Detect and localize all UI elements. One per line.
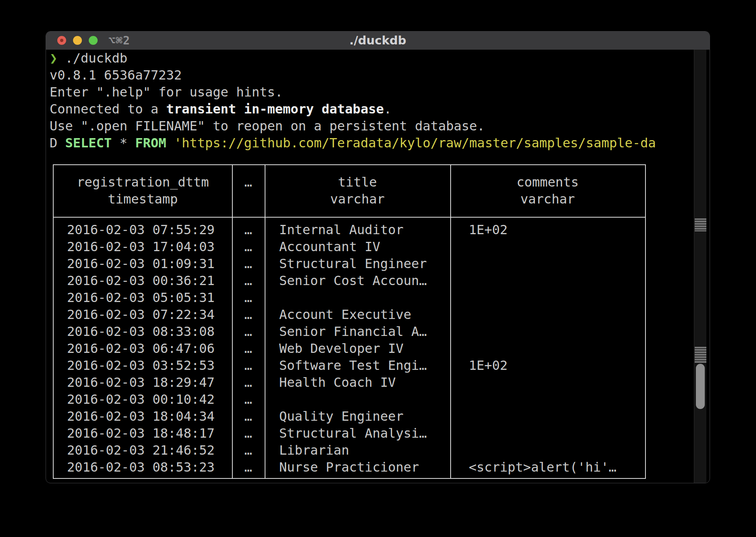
table-cell: 1E+02	[450, 221, 645, 238]
terminal-text-segment: Enter ".help" for usage hints.	[50, 84, 283, 100]
table-cell: Structural Engineer	[265, 255, 450, 272]
table-cell	[450, 289, 645, 306]
terminal-text-segment: 'https://github.com/Teradata/kylo/raw/ma…	[174, 135, 656, 151]
table-cell: …	[232, 374, 265, 391]
table-cell: 2016-02-03 07:55:29	[54, 221, 232, 238]
table-cell	[450, 340, 645, 357]
table-row: 2016-02-03 18:29:47…Health Coach IV	[54, 374, 645, 391]
table-cell: 2016-02-03 18:48:17	[54, 425, 232, 442]
table-cell: …	[232, 323, 265, 340]
table-cell: Health Coach IV	[265, 374, 450, 391]
table-cell: …	[232, 391, 265, 408]
table-cell	[265, 391, 450, 408]
table-cell	[450, 374, 645, 391]
table-cell	[450, 255, 645, 272]
table-cell: …	[232, 289, 265, 306]
table-row: 2016-02-03 08:53:23…Nurse Practicioner<s…	[54, 459, 645, 476]
table-cell	[265, 289, 450, 306]
scrollbar-thumb[interactable]	[696, 364, 705, 409]
terminal-text-segment: FROM	[135, 135, 166, 151]
scrollbar-mark	[695, 347, 706, 363]
table-cell: Senior Cost Accoun…	[265, 272, 450, 289]
table-cell: 2016-02-03 01:09:31	[54, 255, 232, 272]
table-cell: …	[232, 340, 265, 357]
table-cell: Senior Financial A…	[265, 323, 450, 340]
table-row: 2016-02-03 18:04:34…Quality Engineer	[54, 408, 645, 425]
column-header-type: varchar	[265, 191, 450, 208]
terminal-text-segment: transient in-memory database	[166, 101, 384, 117]
table-row: 2016-02-03 07:22:34…Account Executive	[54, 306, 645, 323]
table-cell: Quality Engineer	[265, 408, 450, 425]
table-row: 2016-02-03 03:52:53…Software Test Engi…1…	[54, 357, 645, 374]
table-cell: …	[232, 306, 265, 323]
table-cell: Librarian	[265, 442, 450, 459]
terminal-window: ⌥⌘2 ./duckdb ❯ ./duckdbv0.8.1 6536a77232…	[46, 31, 710, 483]
table-cell: …	[232, 357, 265, 374]
table-cell: 2016-02-03 21:46:52	[54, 442, 232, 459]
table-cell: …	[232, 425, 265, 442]
table-cell	[450, 425, 645, 442]
column-header-name: …	[232, 174, 265, 191]
terminal-text-segment: Connected to a	[50, 101, 166, 117]
table-cell	[450, 391, 645, 408]
scrollbar-track[interactable]	[694, 50, 706, 483]
table-cell: Software Test Engi…	[265, 357, 450, 374]
table-cell: Accountant IV	[265, 238, 450, 255]
table-cell: …	[232, 255, 265, 272]
table-row: 2016-02-03 00:36:21…Senior Cost Accoun…	[54, 272, 645, 289]
table-cell	[450, 323, 645, 340]
table-cell	[450, 272, 645, 289]
terminal-line: Enter ".help" for usage hints.	[50, 84, 693, 101]
table-cell: 2016-02-03 05:05:31	[54, 289, 232, 306]
table-cell: Account Executive	[265, 306, 450, 323]
header-divider	[54, 217, 645, 218]
scrollbar-mark	[695, 218, 706, 231]
terminal-line: D SELECT * FROM 'https://github.com/Tera…	[50, 134, 693, 151]
terminal-text-segment: ./duckdb	[57, 50, 127, 66]
table-cell: 2016-02-03 08:33:08	[54, 323, 232, 340]
query-result-table: registration_dttm timestamp … title varc…	[53, 164, 646, 479]
terminal-text-segment: *	[112, 135, 135, 151]
table-row: 2016-02-03 08:33:08…Senior Financial A…	[54, 323, 645, 340]
table-cell: Structural Analysi…	[265, 425, 450, 442]
table-row: 2016-02-03 18:48:17…Structural Analysi…	[54, 425, 645, 442]
terminal-text-segment: v0.8.1 6536a77232	[50, 67, 182, 83]
table-row: 2016-02-03 05:05:31…	[54, 289, 645, 306]
table-cell: 2016-02-03 08:53:23	[54, 459, 232, 476]
terminal-text-segment: Use ".open FILENAME" to reopen on a pers…	[50, 118, 485, 134]
table-cell: 2016-02-03 07:22:34	[54, 306, 232, 323]
table-cell: 2016-02-03 17:04:03	[54, 238, 232, 255]
terminal-text-segment	[166, 135, 174, 151]
table-cell	[450, 306, 645, 323]
table-row: 2016-02-03 06:47:06…Web Developer IV	[54, 340, 645, 357]
table-cell: 2016-02-03 00:36:21	[54, 272, 232, 289]
table-cell: …	[232, 442, 265, 459]
table-cell	[450, 408, 645, 425]
table-cell: 2016-02-03 18:29:47	[54, 374, 232, 391]
terminal-text-segment: D	[50, 135, 65, 151]
table-row: 2016-02-03 01:09:31…Structural Engineer	[54, 255, 645, 272]
terminal-line: v0.8.1 6536a77232	[50, 67, 693, 84]
column-header-name: registration_dttm	[54, 174, 232, 191]
terminal-output: ❯ ./duckdbv0.8.1 6536a77232Enter ".help"…	[50, 50, 693, 151]
terminal-line: Use ".open FILENAME" to reopen on a pers…	[50, 117, 693, 134]
table-cell: …	[232, 408, 265, 425]
column-header-name: title	[265, 174, 450, 191]
terminal-text-segment: SELECT	[65, 135, 112, 151]
terminal-line: ❯ ./duckdb	[50, 50, 693, 67]
table-cell: <script>alert('hi'…	[450, 459, 645, 476]
terminal-line: Connected to a transient in-memory datab…	[50, 101, 693, 117]
table-cell: 1E+02	[450, 357, 645, 374]
table-cell: …	[232, 272, 265, 289]
window-titlebar[interactable]: ⌥⌘2 ./duckdb	[46, 31, 710, 50]
terminal-text-segment: .	[384, 101, 391, 117]
terminal-text-segment: ❯	[50, 50, 57, 66]
table-cell	[450, 442, 645, 459]
table-cell: 2016-02-03 00:10:42	[54, 391, 232, 408]
window-title: ./duckdb	[46, 31, 710, 50]
table-cell: 2016-02-03 06:47:06	[54, 340, 232, 357]
table-cell: 2016-02-03 03:52:53	[54, 357, 232, 374]
table-cell: …	[232, 238, 265, 255]
table-cell: Internal Auditor	[265, 221, 450, 238]
column-header-name: comments	[450, 174, 645, 191]
